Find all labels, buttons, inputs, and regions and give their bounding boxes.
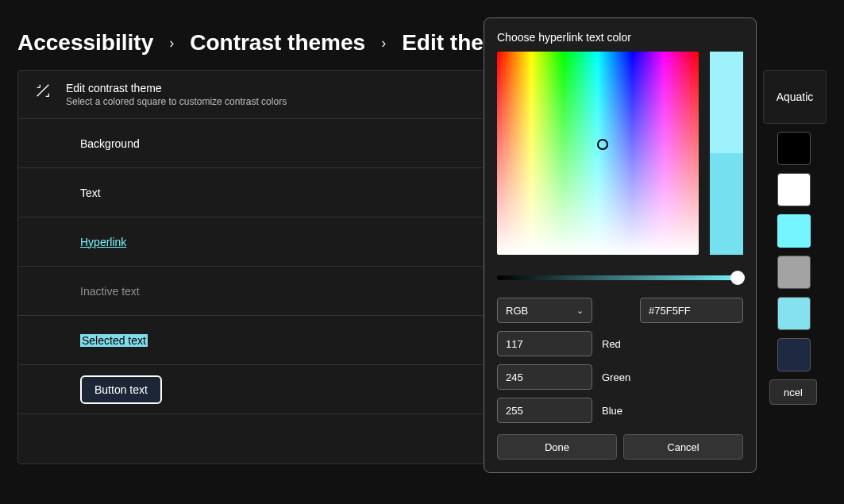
text-label: Text <box>80 187 101 199</box>
card-title: Edit contrast theme <box>66 82 287 94</box>
color-mode-select[interactable]: RGB ⌄ <box>497 298 592 323</box>
blue-label: Blue <box>602 405 622 417</box>
theme-preset-aquatic[interactable]: Aquatic <box>763 70 827 124</box>
card-subtitle: Select a colored square to customize con… <box>66 96 287 107</box>
preview-current <box>710 153 743 255</box>
swatch-inactive[interactable] <box>777 256 811 289</box>
aquatic-label: Aquatic <box>777 90 814 103</box>
inactive-text-label: Inactive text <box>80 285 140 298</box>
green-input[interactable]: 245 <box>497 364 592 390</box>
breadcrumb-contrast-themes[interactable]: Contrast themes <box>190 30 365 56</box>
picker-title: Choose hyperlink text color <box>497 31 743 44</box>
cancel-button-partial[interactable]: ncel <box>769 379 817 405</box>
lightness-thumb[interactable] <box>730 271 745 285</box>
cancel-button[interactable]: Cancel <box>623 434 743 460</box>
done-button[interactable]: Done <box>497 434 617 460</box>
button-text-label: Button text <box>80 375 162 404</box>
color-picker-popover: Choose hyperlink text color RGB ⌄ #75F5F… <box>484 17 757 473</box>
color-spectrum[interactable] <box>497 52 699 255</box>
swatch-hyperlink[interactable] <box>777 214 811 248</box>
hyperlink-label: Hyperlink <box>80 236 126 248</box>
hex-value: #75F5FF <box>649 305 691 317</box>
hex-input[interactable]: #75F5FF <box>640 298 743 323</box>
chevron-down-icon: ⌄ <box>576 306 584 316</box>
green-label: Green <box>602 371 630 383</box>
chevron-right-icon: › <box>169 35 174 52</box>
color-preview <box>710 52 743 255</box>
preview-sidebar: Aquatic ncel <box>763 70 827 464</box>
lightness-slider[interactable] <box>497 275 743 280</box>
swatch-text[interactable] <box>777 173 811 206</box>
blue-input[interactable]: 255 <box>497 398 592 423</box>
selected-text-label: Selected text <box>80 334 148 347</box>
preview-new <box>710 52 743 153</box>
red-label: Red <box>602 338 621 350</box>
swatch-selected[interactable] <box>777 297 811 330</box>
red-input[interactable]: 117 <box>497 331 592 356</box>
background-label: Background <box>80 137 140 150</box>
breadcrumb-accessibility[interactable]: Accessibility <box>17 30 153 56</box>
spectrum-indicator[interactable] <box>597 139 608 150</box>
color-mode-value: RGB <box>506 305 528 317</box>
cancel-label-partial: ncel <box>784 387 803 398</box>
palette-brush-icon <box>34 82 52 102</box>
swatch-background[interactable] <box>777 132 811 165</box>
swatch-button[interactable] <box>777 338 811 371</box>
chevron-right-icon: › <box>381 35 386 52</box>
